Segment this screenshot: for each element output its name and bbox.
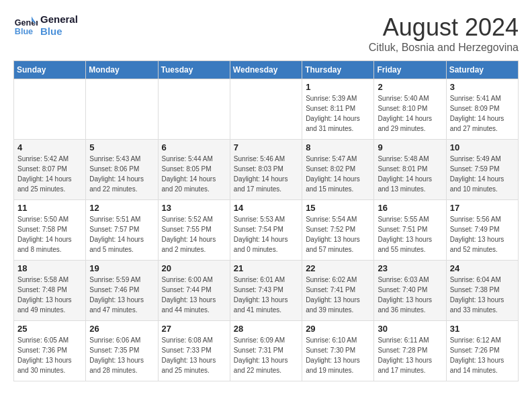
calendar-cell: 28Sunrise: 6:09 AM Sunset: 7:31 PM Dayli… xyxy=(230,321,302,381)
calendar-day-header: Monday xyxy=(86,61,158,79)
logo-text-general: General xyxy=(40,13,78,26)
calendar-cell: 17Sunrise: 5:56 AM Sunset: 7:49 PM Dayli… xyxy=(446,200,518,261)
day-info: Sunrise: 6:12 AM Sunset: 7:26 PM Dayligh… xyxy=(450,335,515,375)
calendar-day-header: Wednesday xyxy=(230,61,302,79)
day-info: Sunrise: 6:08 AM Sunset: 7:33 PM Dayligh… xyxy=(162,335,226,375)
calendar-week-row: 4Sunrise: 5:42 AM Sunset: 8:07 PM Daylig… xyxy=(14,140,519,200)
calendar-day-header: Tuesday xyxy=(158,61,230,79)
calendar-cell: 23Sunrise: 6:03 AM Sunset: 7:40 PM Dayli… xyxy=(374,261,446,321)
day-number: 23 xyxy=(378,263,442,273)
day-number: 10 xyxy=(450,142,515,152)
calendar-cell xyxy=(158,79,230,140)
day-info: Sunrise: 6:05 AM Sunset: 7:36 PM Dayligh… xyxy=(17,335,82,375)
calendar-cell: 5Sunrise: 5:43 AM Sunset: 8:06 PM Daylig… xyxy=(86,140,158,200)
day-number: 5 xyxy=(89,142,154,152)
calendar-cell: 14Sunrise: 5:53 AM Sunset: 7:54 PM Dayli… xyxy=(230,200,302,261)
calendar-cell: 8Sunrise: 5:47 AM Sunset: 8:02 PM Daylig… xyxy=(302,140,374,200)
calendar-cell: 9Sunrise: 5:48 AM Sunset: 8:01 PM Daylig… xyxy=(374,140,446,200)
day-number: 28 xyxy=(234,324,298,334)
logo: General Blue General Blue xyxy=(13,13,78,38)
day-info: Sunrise: 6:06 AM Sunset: 7:35 PM Dayligh… xyxy=(89,335,154,375)
calendar-week-row: 1Sunrise: 5:39 AM Sunset: 8:11 PM Daylig… xyxy=(14,79,519,140)
day-info: Sunrise: 5:44 AM Sunset: 8:05 PM Dayligh… xyxy=(162,154,226,194)
calendar-cell: 2Sunrise: 5:40 AM Sunset: 8:10 PM Daylig… xyxy=(374,79,446,140)
day-info: Sunrise: 5:53 AM Sunset: 7:54 PM Dayligh… xyxy=(234,214,298,255)
day-info: Sunrise: 6:03 AM Sunset: 7:40 PM Dayligh… xyxy=(378,275,442,315)
day-number: 15 xyxy=(306,203,370,213)
day-info: Sunrise: 5:47 AM Sunset: 8:02 PM Dayligh… xyxy=(306,154,370,194)
day-info: Sunrise: 5:39 AM Sunset: 8:11 PM Dayligh… xyxy=(306,93,370,134)
day-number: 1 xyxy=(306,82,370,92)
day-number: 3 xyxy=(450,82,515,92)
calendar-table: SundayMondayTuesdayWednesdayThursdayFrid… xyxy=(13,60,519,381)
day-number: 27 xyxy=(162,324,226,334)
day-number: 19 xyxy=(89,263,154,273)
day-number: 9 xyxy=(378,142,442,152)
day-number: 24 xyxy=(450,263,515,273)
day-number: 18 xyxy=(17,263,82,273)
day-number: 7 xyxy=(234,142,298,152)
day-info: Sunrise: 5:48 AM Sunset: 8:01 PM Dayligh… xyxy=(378,154,442,194)
calendar-cell: 16Sunrise: 5:55 AM Sunset: 7:51 PM Dayli… xyxy=(374,200,446,261)
calendar-cell: 10Sunrise: 5:49 AM Sunset: 7:59 PM Dayli… xyxy=(446,140,518,200)
day-info: Sunrise: 5:42 AM Sunset: 8:07 PM Dayligh… xyxy=(17,154,82,194)
day-number: 2 xyxy=(378,82,442,92)
calendar-cell: 11Sunrise: 5:50 AM Sunset: 7:58 PM Dayli… xyxy=(14,200,86,261)
calendar-cell: 20Sunrise: 6:00 AM Sunset: 7:44 PM Dayli… xyxy=(158,261,230,321)
calendar-day-header: Sunday xyxy=(14,61,86,79)
calendar-week-row: 18Sunrise: 5:58 AM Sunset: 7:48 PM Dayli… xyxy=(14,261,519,321)
day-number: 22 xyxy=(306,263,370,273)
calendar-cell: 18Sunrise: 5:58 AM Sunset: 7:48 PM Dayli… xyxy=(14,261,86,321)
day-number: 16 xyxy=(378,203,442,213)
calendar-cell: 13Sunrise: 5:52 AM Sunset: 7:55 PM Dayli… xyxy=(158,200,230,261)
day-number: 6 xyxy=(162,142,226,152)
calendar-cell: 7Sunrise: 5:46 AM Sunset: 8:03 PM Daylig… xyxy=(230,140,302,200)
calendar-cell xyxy=(14,79,86,140)
calendar-cell: 21Sunrise: 6:01 AM Sunset: 7:43 PM Dayli… xyxy=(230,261,302,321)
calendar-cell: 25Sunrise: 6:05 AM Sunset: 7:36 PM Dayli… xyxy=(14,321,86,381)
day-info: Sunrise: 5:49 AM Sunset: 7:59 PM Dayligh… xyxy=(450,154,515,194)
day-number: 20 xyxy=(162,263,226,273)
day-info: Sunrise: 6:00 AM Sunset: 7:44 PM Dayligh… xyxy=(162,275,226,315)
calendar-cell: 3Sunrise: 5:41 AM Sunset: 8:09 PM Daylig… xyxy=(446,79,518,140)
day-info: Sunrise: 5:59 AM Sunset: 7:46 PM Dayligh… xyxy=(89,275,154,315)
day-number: 25 xyxy=(17,324,82,334)
calendar-week-row: 11Sunrise: 5:50 AM Sunset: 7:58 PM Dayli… xyxy=(14,200,519,261)
calendar-cell: 31Sunrise: 6:12 AM Sunset: 7:26 PM Dayli… xyxy=(446,321,518,381)
calendar-header-row: SundayMondayTuesdayWednesdayThursdayFrid… xyxy=(14,61,519,79)
day-number: 11 xyxy=(17,203,82,213)
calendar-cell: 19Sunrise: 5:59 AM Sunset: 7:46 PM Dayli… xyxy=(86,261,158,321)
calendar-cell xyxy=(230,79,302,140)
page-header: General Blue General Blue August 2024 Ci… xyxy=(13,13,519,54)
day-info: Sunrise: 6:09 AM Sunset: 7:31 PM Dayligh… xyxy=(234,335,298,375)
month-title: August 2024 xyxy=(369,13,519,42)
calendar-cell: 26Sunrise: 6:06 AM Sunset: 7:35 PM Dayli… xyxy=(86,321,158,381)
calendar-cell: 12Sunrise: 5:51 AM Sunset: 7:57 PM Dayli… xyxy=(86,200,158,261)
day-info: Sunrise: 5:51 AM Sunset: 7:57 PM Dayligh… xyxy=(89,214,154,255)
logo-text-blue: Blue xyxy=(40,26,78,38)
day-info: Sunrise: 5:40 AM Sunset: 8:10 PM Dayligh… xyxy=(378,93,442,134)
day-info: Sunrise: 5:41 AM Sunset: 8:09 PM Dayligh… xyxy=(450,93,515,134)
day-number: 29 xyxy=(306,324,370,334)
day-info: Sunrise: 5:56 AM Sunset: 7:49 PM Dayligh… xyxy=(450,214,515,255)
calendar-week-row: 25Sunrise: 6:05 AM Sunset: 7:36 PM Dayli… xyxy=(14,321,519,381)
calendar-day-header: Thursday xyxy=(302,61,374,79)
day-info: Sunrise: 5:58 AM Sunset: 7:48 PM Dayligh… xyxy=(17,275,82,315)
day-number: 17 xyxy=(450,203,515,213)
logo-icon: General Blue xyxy=(13,13,38,38)
day-number: 8 xyxy=(306,142,370,152)
day-number: 12 xyxy=(89,203,154,213)
day-number: 21 xyxy=(234,263,298,273)
day-number: 14 xyxy=(234,203,298,213)
day-info: Sunrise: 5:50 AM Sunset: 7:58 PM Dayligh… xyxy=(17,214,82,255)
day-number: 4 xyxy=(17,142,82,152)
calendar-cell: 30Sunrise: 6:11 AM Sunset: 7:28 PM Dayli… xyxy=(374,321,446,381)
calendar-cell: 4Sunrise: 5:42 AM Sunset: 8:07 PM Daylig… xyxy=(14,140,86,200)
calendar-cell: 27Sunrise: 6:08 AM Sunset: 7:33 PM Dayli… xyxy=(158,321,230,381)
day-number: 31 xyxy=(450,324,515,334)
day-info: Sunrise: 5:46 AM Sunset: 8:03 PM Dayligh… xyxy=(234,154,298,194)
calendar-cell: 1Sunrise: 5:39 AM Sunset: 8:11 PM Daylig… xyxy=(302,79,374,140)
calendar-cell: 15Sunrise: 5:54 AM Sunset: 7:52 PM Dayli… xyxy=(302,200,374,261)
day-number: 13 xyxy=(162,203,226,213)
calendar-cell: 22Sunrise: 6:02 AM Sunset: 7:41 PM Dayli… xyxy=(302,261,374,321)
